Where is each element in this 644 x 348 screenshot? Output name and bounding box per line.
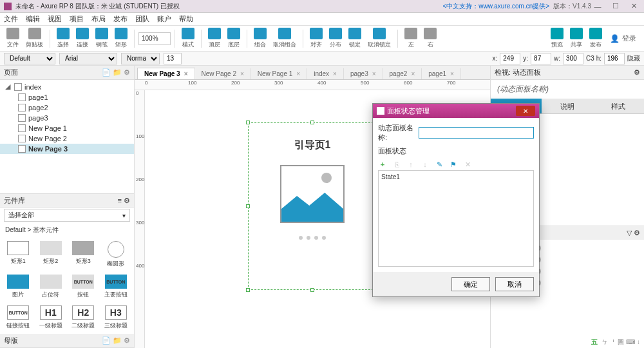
menu-文件[interactable]: 文件	[4, 14, 18, 24]
tool-file[interactable]: 文件	[4, 28, 22, 49]
state-item[interactable]: State1	[381, 173, 531, 180]
dynamic-panel-widget[interactable]: 引导页1	[248, 122, 377, 290]
menu-账户[interactable]: 账户	[157, 14, 171, 24]
font-select[interactable]: Arial	[59, 53, 117, 64]
widget-主要按钮[interactable]: BUTTON主要按钮	[100, 272, 132, 302]
page-item[interactable]: New Page 2	[0, 133, 134, 144]
widget-矩形3[interactable]: 矩形3	[68, 238, 99, 271]
widget-图片[interactable]: 图片	[3, 272, 34, 302]
tool-sel[interactable]: 选择	[54, 28, 72, 49]
tool-lock[interactable]: 锁定	[346, 28, 364, 49]
fontsize-input[interactable]	[164, 53, 182, 64]
tool-dist[interactable]: 分布	[327, 28, 345, 49]
tool-ungroup[interactable]: 取消组合	[270, 28, 299, 49]
widget-二级标题[interactable]: H2二级标题	[68, 303, 99, 333]
tab-close-icon[interactable]: ×	[333, 70, 337, 77]
move-up-button[interactable]: ↑	[406, 160, 415, 169]
tool-l[interactable]: 左	[402, 28, 420, 49]
minimize-button[interactable]: —	[591, 2, 604, 11]
resize-handle[interactable]	[246, 288, 250, 292]
cancel-button[interactable]: 取消	[495, 277, 534, 291]
page-item[interactable]: page2	[0, 102, 134, 113]
widget-矩形1[interactable]: 矩形1	[3, 238, 34, 271]
resize-handle[interactable]	[246, 204, 250, 208]
h-input[interactable]	[604, 53, 625, 64]
resize-handle[interactable]	[310, 288, 314, 292]
widget-一级标题[interactable]: H1一级标题	[35, 303, 67, 333]
w-input[interactable]	[563, 53, 583, 64]
widget-三级标题[interactable]: H3三级标题	[100, 303, 132, 333]
ime-icons[interactable]: ㄅ ㆐ 圖 ⌨ ↓	[601, 338, 640, 347]
duplicate-state-button[interactable]: ⎘	[392, 160, 401, 169]
tab-close-icon[interactable]: ×	[411, 70, 415, 77]
menu-编辑[interactable]: 编辑	[26, 14, 40, 24]
page-item[interactable]: ◢index	[0, 81, 134, 92]
ok-button[interactable]: 确定	[451, 277, 490, 291]
resize-handle[interactable]	[246, 121, 250, 124]
weight-select[interactable]: Normal	[121, 53, 160, 64]
widget-链接按钮[interactable]: BUTTON链接按钮	[3, 303, 34, 333]
flag-button[interactable]: ⚑	[449, 160, 458, 169]
doc-tab[interactable]: New Page 3×	[137, 68, 194, 79]
doc-tab[interactable]: page1×	[422, 68, 461, 79]
doc-tab[interactable]: index×	[307, 68, 344, 79]
login-button[interactable]: 登录	[606, 32, 640, 44]
menu-帮助[interactable]: 帮助	[179, 14, 193, 24]
tab-close-icon[interactable]: ×	[184, 70, 188, 77]
widget-占位符[interactable]: 占位符	[35, 272, 67, 302]
hide-toggle[interactable]: 隐藏	[627, 54, 640, 63]
inspector-tab-样式[interactable]: 样式	[593, 99, 644, 114]
inspector-tab-说明[interactable]: 说明	[542, 99, 592, 114]
tool-share[interactable]: 共享	[567, 28, 585, 49]
zoom-select[interactable]: 100%	[138, 32, 171, 45]
pages-tools[interactable]: 📄 📁 ⚙	[102, 68, 130, 77]
page-item[interactable]: New Page 1	[0, 123, 134, 133]
tool-clip[interactable]: 剪贴板	[23, 28, 46, 49]
menu-视图[interactable]: 视图	[48, 14, 62, 24]
tab-close-icon[interactable]: ×	[372, 70, 376, 77]
panel-name-input[interactable]	[419, 127, 534, 139]
tool-publish[interactable]: 发布	[587, 28, 605, 49]
menu-布局[interactable]: 布局	[91, 14, 106, 24]
tool-pen[interactable]: 钢笔	[93, 28, 111, 49]
page-item[interactable]: page1	[0, 92, 134, 102]
library-tools[interactable]: ≡ ⚙	[118, 197, 130, 205]
doc-tab[interactable]: New Page 2×	[195, 68, 251, 79]
tool-more[interactable]: 矩形	[112, 28, 130, 49]
x-input[interactable]	[500, 53, 520, 64]
dialog-close-button[interactable]: ✕	[516, 106, 535, 116]
tool-preview[interactable]: 预览	[548, 28, 566, 49]
widget-椭圆形[interactable]: 椭圆形	[100, 238, 132, 271]
page-item[interactable]: page3	[0, 113, 134, 123]
tab-close-icon[interactable]: ×	[240, 70, 244, 77]
resize-handle[interactable]	[310, 121, 314, 124]
menu-发布[interactable]: 发布	[113, 14, 128, 24]
tab-close-icon[interactable]: ×	[450, 70, 454, 77]
tool-conn[interactable]: 连接	[73, 28, 91, 49]
tool-back[interactable]: 底层	[225, 28, 243, 49]
tool-group[interactable]: 组合	[251, 28, 269, 49]
doc-tab[interactable]: New Page 1×	[251, 68, 307, 79]
tool-align[interactable]: 对齐	[307, 28, 325, 49]
close-button[interactable]: ✕	[627, 2, 640, 11]
dialog-titlebar[interactable]: 面板状态管理 ✕	[373, 104, 539, 118]
add-state-button[interactable]: +	[378, 160, 387, 169]
tool-mode[interactable]: 模式	[179, 28, 197, 49]
maximize-button[interactable]: ☐	[609, 2, 622, 11]
page-item[interactable]: New Page 3	[0, 144, 134, 154]
ime-indicator[interactable]: 五	[591, 338, 598, 347]
tab-close-icon[interactable]: ×	[296, 70, 300, 77]
delete-state-button[interactable]: ✕	[463, 160, 472, 169]
tool-r[interactable]: 右	[421, 28, 439, 49]
doc-tab[interactable]: page2×	[383, 68, 422, 79]
y-input[interactable]	[531, 53, 551, 64]
tool-unlock[interactable]: 取消锁定	[365, 28, 393, 49]
menu-项目[interactable]: 项目	[70, 14, 84, 24]
widget-按钮[interactable]: BUTTON按钮	[68, 272, 99, 302]
states-list[interactable]: State1	[378, 170, 534, 267]
widget-矩形2[interactable]: 矩形2	[35, 238, 67, 271]
tool-front[interactable]: 顶层	[205, 28, 223, 49]
library-select[interactable]: 选择全部▾	[4, 209, 130, 222]
doc-tab[interactable]: page3×	[344, 68, 383, 79]
move-down-button[interactable]: ↓	[421, 160, 430, 169]
